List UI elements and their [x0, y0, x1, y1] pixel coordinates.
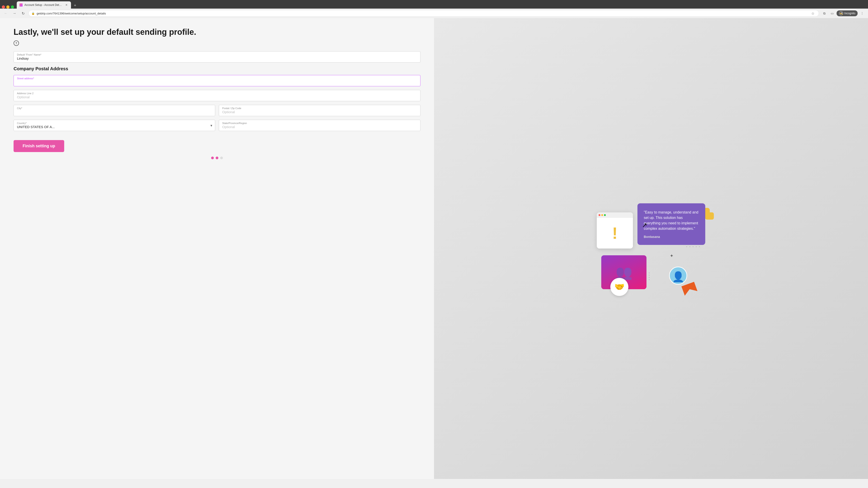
from-name-group: Default "From" Name* [13, 51, 421, 63]
help-icon[interactable]: ? [13, 40, 19, 46]
street-address-field: Street address* [13, 75, 421, 86]
quote-card: "Easy to manage, understand and set up. … [638, 203, 705, 245]
from-name-input[interactable] [17, 57, 417, 60]
country-field: Country* UNITED STATES OF A... CANADA UN… [13, 120, 215, 131]
page-heading: Lastly, we'll set up your default sendin… [13, 27, 421, 37]
envelope-shape [681, 282, 698, 296]
toolbar-right: ⧉ ▭ 🕵 Incognito ⋮ [821, 10, 865, 17]
avatar-person-icon: 👤 [672, 271, 684, 283]
lock-icon: 🔒 [31, 12, 35, 15]
envelope-icon [683, 284, 696, 294]
country-select[interactable]: UNITED STATES OF A... CANADA UNITED KING… [17, 125, 212, 129]
quote-text: "Easy to manage, understand and set up. … [644, 210, 699, 231]
sparkle-icon: ✦ [670, 253, 674, 258]
city-field: City* [13, 105, 215, 116]
quote-author: Bontasana [644, 235, 699, 238]
state-input[interactable] [222, 125, 417, 129]
address-line2-field: Address Line 2 [13, 90, 421, 101]
city-input[interactable] [17, 110, 212, 114]
country-label: Country* [17, 122, 212, 125]
back-button[interactable]: ← [3, 10, 9, 17]
sidebar-button[interactable]: ▭ [829, 10, 835, 17]
url-text: getdrip.com/7641396/welcome/setup/accoun… [37, 12, 808, 15]
city-postal-group: City* Postal / Zip Code [13, 105, 421, 116]
cursor-arrow-icon: ↗ [642, 221, 647, 229]
street-address-label: Street address* [17, 77, 417, 80]
state-label: State/Province/Region [222, 122, 417, 125]
address-line2-label: Address Line 2 [17, 92, 417, 95]
reload-button[interactable]: ↻ [20, 10, 26, 17]
city-label: City* [17, 107, 212, 109]
address-bar-row: ← → ↻ 🔒 getdrip.com/7641396/welcome/setu… [0, 8, 868, 18]
progress-dots [13, 157, 421, 159]
active-tab[interactable]: Account Setup - Account Details ✕ [17, 1, 71, 8]
progress-dot-3 [220, 157, 223, 159]
left-panel: Lastly, we'll set up your default sendin… [0, 18, 434, 479]
right-panel: ! ↗ "Easy to manage, understand and set … [434, 18, 868, 479]
incognito-label: Incognito [844, 12, 855, 15]
tab-favicon [20, 3, 23, 6]
section-title: Company Postal Address [13, 66, 421, 71]
finish-button[interactable]: Finish setting up [13, 140, 64, 152]
app-window-bar [597, 213, 633, 218]
tab-label: Account Setup - Account Details [24, 3, 63, 6]
progress-dot-1 [211, 157, 214, 159]
bookmark-button[interactable]: ☆ [810, 10, 816, 17]
incognito-icon: 🕵 [839, 11, 843, 15]
window-close-button[interactable] [2, 5, 5, 8]
window-minimize-button[interactable] [6, 5, 9, 8]
postal-label: Postal / Zip Code [222, 107, 417, 109]
menu-button[interactable]: ⋮ [859, 10, 865, 17]
country-state-group: Country* UNITED STATES OF A... CANADA UN… [13, 120, 421, 131]
extensions-button[interactable]: ⧉ [821, 10, 828, 17]
exclamation-mark: ! [612, 225, 618, 241]
from-name-label: Default "From" Name* [17, 53, 417, 56]
incognito-badge[interactable]: 🕵 Incognito [837, 10, 858, 16]
forward-button[interactable]: → [11, 10, 18, 17]
address-line2-group: Address Line 2 [13, 90, 421, 101]
window-maximize-button[interactable] [11, 5, 14, 8]
app-dot-green [604, 214, 606, 216]
street-address-input[interactable] [17, 80, 417, 84]
page-container: Lastly, we'll set up your default sendin… [0, 18, 868, 479]
address-line2-input[interactable] [17, 95, 417, 99]
illustration-container: ! ↗ "Easy to manage, understand and set … [597, 194, 705, 303]
app-dot-red [598, 214, 600, 216]
progress-dot-2 [216, 157, 218, 159]
street-address-group: Street address* [13, 75, 421, 86]
new-tab-button[interactable]: + [72, 2, 78, 8]
app-dot-yellow [601, 214, 603, 216]
app-window-content: ! [597, 218, 633, 249]
address-bar[interactable]: 🔒 getdrip.com/7641396/welcome/setup/acco… [29, 10, 819, 17]
speech-bubble-small [705, 213, 714, 220]
tab-bar: Account Setup - Account Details ✕ + [0, 0, 868, 8]
browser-chrome: Account Setup - Account Details ✕ + ← → … [0, 0, 868, 18]
window-controls [2, 5, 14, 8]
submit-area: Finish setting up [13, 135, 421, 152]
state-field: State/Province/Region [219, 120, 421, 131]
postal-field: Postal / Zip Code [219, 105, 421, 116]
tab-close-button[interactable]: ✕ [65, 3, 68, 7]
app-window-mockup: ! [597, 213, 633, 249]
from-name-field: Default "From" Name* [13, 51, 421, 63]
avatar-circle: 👤 [669, 267, 687, 285]
postal-input[interactable] [222, 110, 417, 114]
handshake-bubble: 🤝 [610, 278, 628, 296]
